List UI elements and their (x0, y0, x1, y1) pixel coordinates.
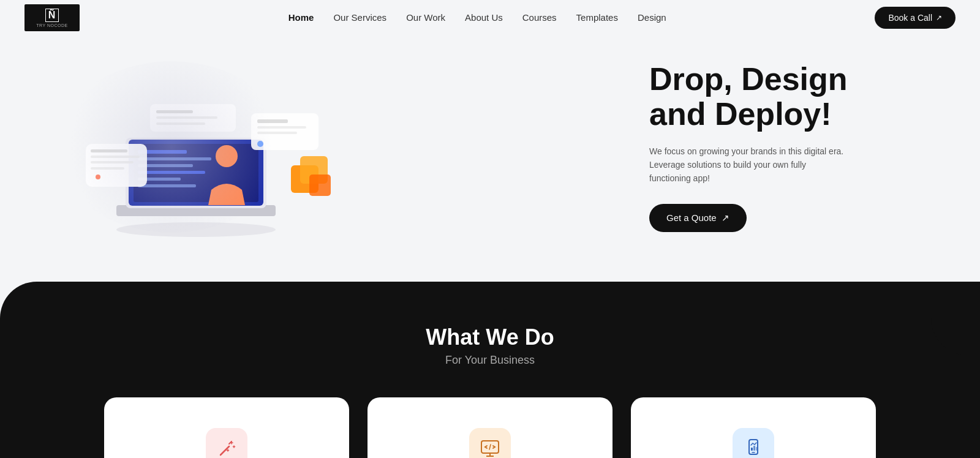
cards-row: Design Elevate your brand with our uniqu… (37, 397, 943, 458)
nav-item-courses[interactable]: Courses (522, 12, 557, 23)
hero-subtitle: We focus on growing your brands in this … (649, 145, 845, 186)
svg-rect-22 (257, 119, 288, 123)
nav-item-work[interactable]: Our Work (406, 12, 445, 23)
svg-rect-48 (753, 446, 755, 451)
svg-line-43 (489, 445, 491, 449)
svg-rect-49 (756, 447, 758, 451)
svg-rect-29 (156, 122, 205, 125)
svg-rect-12 (91, 149, 127, 152)
logo[interactable]: Ñ TRY NOCODE (24, 4, 80, 31)
development-icon-wrap (469, 428, 511, 458)
wand-icon (216, 438, 238, 458)
nav-item-services[interactable]: Our Services (333, 12, 386, 23)
book-call-button[interactable]: Book a Call ↗ (875, 7, 956, 29)
svg-rect-8 (138, 171, 205, 174)
hero-title: Drop, Design and Deploy! (649, 62, 931, 132)
svg-rect-24 (257, 132, 297, 134)
mobile-chart-icon (742, 438, 764, 458)
nav-item-templates[interactable]: Templates (576, 12, 618, 23)
logo-monogram: Ñ (45, 9, 59, 22)
business-card: Business Amplify your business impact wi… (631, 397, 876, 458)
svg-rect-20 (309, 175, 331, 196)
hero-text: Drop, Design and Deploy! We focus on gro… (612, 62, 931, 232)
svg-rect-13 (91, 156, 140, 158)
logo-tagline: TRY NOCODE (36, 23, 67, 28)
nav-links: Home Our Services Our Work About Us Cour… (288, 12, 666, 23)
svg-point-25 (257, 141, 263, 147)
svg-rect-14 (91, 161, 134, 163)
section-title: What We Do For Your Business (37, 325, 943, 367)
design-card: Design Elevate your brand with our uniqu… (104, 397, 349, 458)
quote-arrow-icon: ↗ (722, 212, 729, 223)
svg-point-17 (216, 145, 238, 167)
svg-rect-28 (156, 116, 217, 119)
svg-rect-15 (91, 167, 124, 170)
section-subheading: For Your Business (37, 354, 943, 367)
svg-point-0 (116, 222, 276, 237)
svg-rect-47 (751, 448, 753, 451)
navbar: Ñ TRY NOCODE Home Our Services Our Work … (0, 0, 980, 36)
nav-item-home[interactable]: Home (288, 12, 314, 23)
nav-item-design[interactable]: Design (638, 12, 666, 23)
arrow-icon: ↗ (936, 13, 942, 22)
svg-rect-6 (138, 157, 211, 160)
svg-rect-10 (138, 184, 196, 187)
section-heading: What We Do (37, 325, 943, 350)
monitor-code-icon (479, 438, 501, 458)
hero-illustration (49, 49, 343, 245)
svg-rect-27 (156, 110, 193, 113)
business-icon-wrap (733, 428, 774, 458)
hero-section: Drop, Design and Deploy! We focus on gro… (0, 0, 980, 269)
svg-rect-23 (257, 126, 306, 129)
development-card: Development Transforming ideas into real… (368, 397, 612, 458)
nav-item-about[interactable]: About Us (465, 12, 503, 23)
get-quote-button[interactable]: Get a Quote ↗ (649, 204, 747, 232)
services-section: What We Do For Your Business (0, 282, 980, 458)
design-icon-wrap (206, 428, 247, 458)
svg-point-16 (96, 175, 100, 179)
